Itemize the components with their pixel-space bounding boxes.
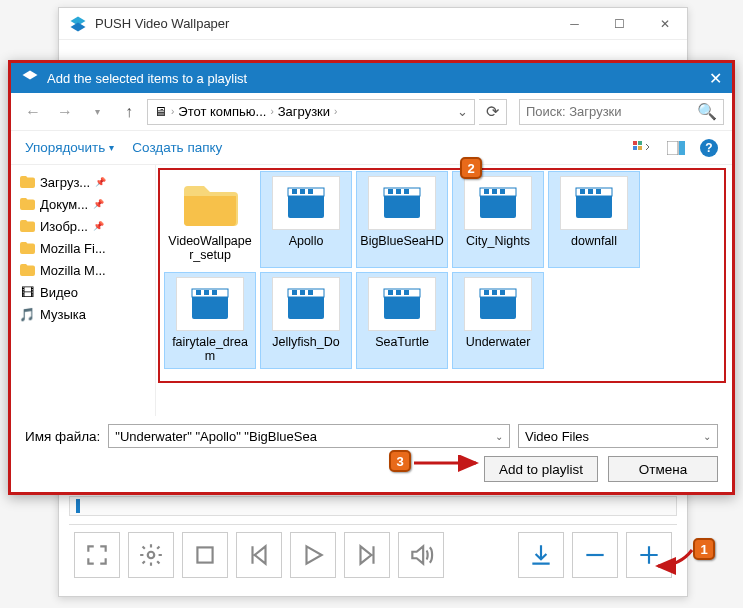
- breadcrumb-dropdown-icon[interactable]: ⌄: [457, 104, 468, 119]
- video-file-icon: [368, 176, 436, 230]
- refresh-button[interactable]: ⟳: [479, 99, 507, 125]
- svg-rect-43: [388, 290, 393, 295]
- file-item[interactable]: SeaTurtle: [356, 272, 448, 369]
- nav-recent-button[interactable]: ▾: [83, 98, 111, 126]
- pin-icon: 📌: [95, 177, 106, 187]
- stop-button[interactable]: [182, 532, 228, 578]
- tree-item[interactable]: Mozilla Fi...: [15, 237, 151, 259]
- new-folder-button[interactable]: Создать папку: [132, 140, 222, 155]
- progress-thumb[interactable]: [76, 499, 80, 513]
- nav-up-button[interactable]: ↑: [115, 98, 143, 126]
- file-item[interactable]: VideoWallpaper_setup: [164, 171, 256, 268]
- maximize-button[interactable]: ☐: [597, 8, 642, 40]
- dialog-close-button[interactable]: ✕: [709, 69, 722, 88]
- filetype-filter[interactable]: Video Files ⌄: [518, 424, 718, 448]
- file-item[interactable]: Underwater: [452, 272, 544, 369]
- svg-rect-11: [288, 194, 324, 218]
- tree-item-label: Видео: [40, 285, 78, 300]
- svg-rect-33: [196, 290, 201, 295]
- pin-icon: 📌: [93, 199, 104, 209]
- svg-rect-50: [500, 290, 505, 295]
- minimize-button[interactable]: ─: [552, 8, 597, 40]
- progress-track[interactable]: [69, 496, 677, 516]
- organize-label: Упорядочить: [25, 140, 105, 155]
- nav-back-button[interactable]: ←: [19, 98, 47, 126]
- svg-rect-39: [300, 290, 305, 295]
- svg-rect-38: [292, 290, 297, 295]
- svg-rect-3: [197, 547, 212, 562]
- svg-rect-16: [384, 194, 420, 218]
- file-pane[interactable]: VideoWallpaper_setupApolloBigBlueSeaHDCi…: [156, 165, 732, 416]
- svg-rect-6: [638, 141, 642, 145]
- file-item[interactable]: fairytale_dream: [164, 272, 256, 369]
- video-file-icon: [272, 176, 340, 230]
- search-box[interactable]: 🔍: [519, 99, 724, 125]
- tree-item[interactable]: 🎞Видео: [15, 281, 151, 303]
- play-button[interactable]: [290, 532, 336, 578]
- filename-label: Имя файла:: [25, 429, 100, 444]
- video-file-icon: [368, 277, 436, 331]
- svg-rect-19: [396, 189, 401, 194]
- tree-item-label: Изобр...: [40, 219, 88, 234]
- search-input[interactable]: [526, 104, 697, 119]
- file-item[interactable]: Jellyfish_Do: [260, 272, 352, 369]
- help-button[interactable]: ?: [700, 139, 718, 157]
- file-item[interactable]: downfall: [548, 171, 640, 268]
- close-button[interactable]: ✕: [642, 8, 687, 40]
- tree-item-label: Музыка: [40, 307, 86, 322]
- dialog-logo-icon: [21, 69, 39, 87]
- tree-item[interactable]: Mozilla M...: [15, 259, 151, 281]
- download-button[interactable]: [518, 532, 564, 578]
- tree-item[interactable]: 🎵Музыка: [15, 303, 151, 325]
- volume-button[interactable]: [398, 532, 444, 578]
- tree-item[interactable]: Изобр...📌: [15, 215, 151, 237]
- tree-item-label: Докум...: [40, 197, 88, 212]
- breadcrumb[interactable]: 🖥 › Этот компью... › Загрузки › ⌄: [147, 99, 475, 125]
- new-folder-label: Создать папку: [132, 140, 222, 155]
- file-item[interactable]: BigBlueSeaHD: [356, 171, 448, 268]
- tree-item[interactable]: Загруз...📌: [15, 171, 151, 193]
- svg-marker-4: [23, 71, 38, 80]
- remove-button[interactable]: [572, 532, 618, 578]
- next-button[interactable]: [344, 532, 390, 578]
- breadcrumb-segment[interactable]: Этот компью...: [178, 104, 266, 119]
- video-file-icon: [176, 277, 244, 331]
- file-label: Underwater: [456, 335, 540, 349]
- file-item[interactable]: Apollo: [260, 171, 352, 268]
- add-to-playlist-button[interactable]: Add to playlist: [484, 456, 598, 482]
- folder-icon: [19, 196, 35, 212]
- breadcrumb-segment[interactable]: Загрузки: [278, 104, 330, 119]
- file-label: SeaTurtle: [360, 335, 444, 349]
- svg-rect-49: [492, 290, 497, 295]
- chevron-down-icon: ⌄: [495, 431, 503, 442]
- svg-rect-45: [404, 290, 409, 295]
- video-file-icon: [464, 176, 532, 230]
- svg-rect-40: [308, 290, 313, 295]
- cancel-button[interactable]: Отмена: [608, 456, 718, 482]
- svg-rect-30: [596, 189, 601, 194]
- prev-button[interactable]: [236, 532, 282, 578]
- filename-value: "Underwater" "Apollo" "BigBlueSea: [115, 429, 317, 444]
- svg-rect-36: [288, 295, 324, 319]
- view-mode-button[interactable]: [632, 138, 652, 158]
- fullscreen-button[interactable]: [74, 532, 120, 578]
- file-dialog: Add the selected items to a playlist ✕ ←…: [8, 60, 735, 495]
- nav-forward-button[interactable]: →: [51, 98, 79, 126]
- file-label: Apollo: [264, 234, 348, 248]
- music-icon: 🎵: [19, 306, 35, 322]
- settings-button[interactable]: [128, 532, 174, 578]
- preview-pane-button[interactable]: [666, 138, 686, 158]
- svg-rect-24: [492, 189, 497, 194]
- file-label: City_Nights: [456, 234, 540, 248]
- app-titlebar: PUSH Video Wallpaper ─ ☐ ✕: [59, 8, 687, 40]
- svg-rect-21: [480, 194, 516, 218]
- file-item[interactable]: City_Nights: [452, 171, 544, 268]
- filename-combo[interactable]: "Underwater" "Apollo" "BigBlueSea ⌄: [108, 424, 510, 448]
- svg-rect-13: [292, 189, 297, 194]
- tree-item[interactable]: Докум...📌: [15, 193, 151, 215]
- organize-menu[interactable]: Упорядочить ▾: [25, 140, 114, 155]
- pc-icon: 🖥: [154, 104, 167, 119]
- video-file-icon: [464, 277, 532, 331]
- dialog-title: Add the selected items to a playlist: [47, 71, 247, 86]
- folder-icon: [19, 262, 35, 278]
